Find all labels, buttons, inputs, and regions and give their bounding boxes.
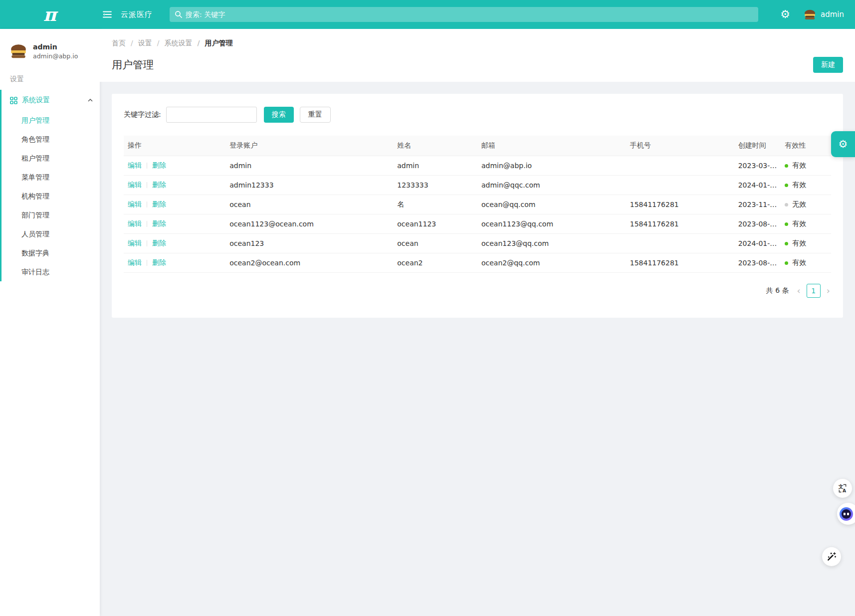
sidebar-user-name: admin xyxy=(33,43,78,51)
action-divider xyxy=(147,221,147,227)
cell-phone xyxy=(626,176,734,195)
cell-account: ocean2@ocean.com xyxy=(225,253,393,273)
sidebar-menu-item[interactable]: 用户管理 xyxy=(1,111,100,130)
row-actions: 编辑删除 xyxy=(124,156,225,176)
sidebar-section-label: 设置 xyxy=(0,70,100,90)
users-table-body: 编辑删除 admin admin admin@abp.io 2023-03-28… xyxy=(124,156,831,273)
status-label: 有效 xyxy=(792,161,806,169)
table-row: 编辑删除 ocean 名 ocean@qq.com 15841176281 20… xyxy=(124,195,831,214)
row-actions: 编辑删除 xyxy=(124,234,225,253)
edit-link[interactable]: 编辑 xyxy=(128,200,142,208)
magic-wand-button[interactable] xyxy=(822,547,841,566)
action-divider xyxy=(147,202,147,207)
sidebar-menu-item[interactable]: 角色管理 xyxy=(1,130,100,149)
gear-icon: ⚙ xyxy=(839,138,848,150)
search-icon xyxy=(175,10,183,18)
gear-icon[interactable]: ⚙ xyxy=(780,9,790,20)
edit-link[interactable]: 编辑 xyxy=(128,258,142,266)
global-search-input[interactable] xyxy=(170,7,758,22)
cell-created: 2024-01-16 xyxy=(734,176,781,195)
cell-created: 2023-08-13 xyxy=(734,214,781,234)
grid-icon xyxy=(10,97,17,104)
new-button[interactable]: 新建 xyxy=(813,57,843,73)
cell-status: 有效 xyxy=(781,253,831,273)
menu-fold-icon[interactable] xyxy=(103,10,112,18)
status-dot xyxy=(785,261,788,265)
pagination-total: 共 6 条 xyxy=(766,286,789,295)
translate-button[interactable]: 文 A xyxy=(833,479,852,498)
breadcrumb-item[interactable]: 系统设置 xyxy=(152,39,193,48)
search-button[interactable]: 搜索 xyxy=(264,107,294,123)
sidebar-menu-item[interactable]: 菜单管理 xyxy=(1,168,100,187)
sidebar-menu-item[interactable]: 租户管理 xyxy=(1,149,100,168)
edit-link[interactable]: 编辑 xyxy=(128,161,142,169)
delete-link[interactable]: 删除 xyxy=(152,200,166,208)
table-column-header: 登录账户 xyxy=(225,136,393,156)
sidebar-menu-group: 系统设置 用户管理 角色管理 租户管理 菜单管理 机构管理 部门管理 人员管理 … xyxy=(0,90,100,281)
delete-link[interactable]: 删除 xyxy=(152,181,166,189)
sidebar-menu-item[interactable]: 部门管理 xyxy=(1,205,100,224)
cell-email: ocean2@qq.com xyxy=(477,253,626,273)
cell-account: admin xyxy=(225,156,393,176)
cell-status: 有效 xyxy=(781,156,831,176)
status-dot xyxy=(785,164,788,168)
row-actions: 编辑删除 xyxy=(124,195,225,214)
status-label: 有效 xyxy=(792,258,806,266)
filter-bar: 关键字过滤: 搜索 重置 xyxy=(124,107,831,123)
cell-created: 2024-01-04 xyxy=(734,234,781,253)
users-table: 操作 登录账户 姓名 邮箱 手机号 创建时间 有效性 编辑删除 admin ad… xyxy=(124,136,831,273)
breadcrumb-item[interactable]: 首页 xyxy=(112,39,126,48)
row-actions: 编辑删除 xyxy=(124,253,225,273)
sidebar-group-label: 系统设置 xyxy=(22,96,83,105)
main-area: 首页 设置 系统设置 用户管理 用户管理 新建 关键字过滤: 搜索 重置 xyxy=(100,29,855,616)
delete-link[interactable]: 删除 xyxy=(152,219,166,227)
sidebar-user-card: admin admin@abp.io xyxy=(0,29,100,70)
menu-fold-glyph xyxy=(103,10,112,18)
brand-logo[interactable]: π xyxy=(0,0,100,29)
chevron-up-icon xyxy=(88,99,93,102)
keyword-filter-input[interactable] xyxy=(166,107,257,123)
breadcrumb-item[interactable]: 设置 xyxy=(126,39,152,48)
delete-link[interactable]: 删除 xyxy=(152,258,166,266)
next-page-icon[interactable]: › xyxy=(826,286,831,295)
sidebar-menu-item[interactable]: 审计日志 xyxy=(1,262,100,281)
edit-link[interactable]: 编辑 xyxy=(128,239,142,247)
cell-email: ocean123@qq.com xyxy=(477,234,626,253)
delete-link[interactable]: 删除 xyxy=(152,161,166,169)
sidebar: admin admin@abp.io 设置 系统设置 xyxy=(0,29,100,616)
user-menu[interactable]: admin xyxy=(803,8,844,21)
sidebar-user-email: admin@abp.io xyxy=(33,52,78,60)
sidebar-menu-item[interactable]: 数据字典 xyxy=(1,243,100,262)
breadcrumb: 首页 设置 系统设置 用户管理 xyxy=(112,39,843,48)
edit-link[interactable]: 编辑 xyxy=(128,219,142,227)
status-dot xyxy=(785,222,788,226)
assistant-button[interactable] xyxy=(837,503,855,525)
table-row: 编辑删除 admin admin admin@abp.io 2023-03-28… xyxy=(124,156,831,176)
status-label: 有效 xyxy=(792,239,806,247)
cell-phone: 15841176281 xyxy=(626,195,734,214)
reset-button[interactable]: 重置 xyxy=(300,107,331,123)
brand-glyph: π xyxy=(43,4,56,25)
prev-page-icon[interactable]: ‹ xyxy=(796,286,802,295)
status-label: 无效 xyxy=(792,200,806,208)
cell-phone: 15841176281 xyxy=(626,214,734,234)
cell-account: ocean1123@ocean.com xyxy=(225,214,393,234)
cell-account: admin12333 xyxy=(225,176,393,195)
sidebar-submenu: 用户管理 角色管理 租户管理 菜单管理 机构管理 部门管理 人员管理 数据字典 … xyxy=(1,111,100,281)
global-search xyxy=(170,7,758,22)
avatar xyxy=(9,42,28,61)
sidebar-menu-item[interactable]: 机构管理 xyxy=(1,187,100,205)
cell-email: admin@qqc.com xyxy=(477,176,626,195)
action-divider xyxy=(147,163,147,169)
theme-settings-button[interactable]: ⚙ xyxy=(831,131,855,157)
cell-created: 2023-11-14 xyxy=(734,195,781,214)
cell-phone xyxy=(626,156,734,176)
breadcrumb-item[interactable]: 用户管理 xyxy=(192,39,232,48)
sidebar-menu-item[interactable]: 人员管理 xyxy=(1,224,100,243)
edit-link[interactable]: 编辑 xyxy=(128,181,142,189)
status-dot xyxy=(785,184,788,187)
sidebar-group-system-settings[interactable]: 系统设置 xyxy=(1,90,100,111)
page-number-1[interactable]: 1 xyxy=(807,284,821,298)
row-actions: 编辑删除 xyxy=(124,176,225,195)
delete-link[interactable]: 删除 xyxy=(152,239,166,247)
